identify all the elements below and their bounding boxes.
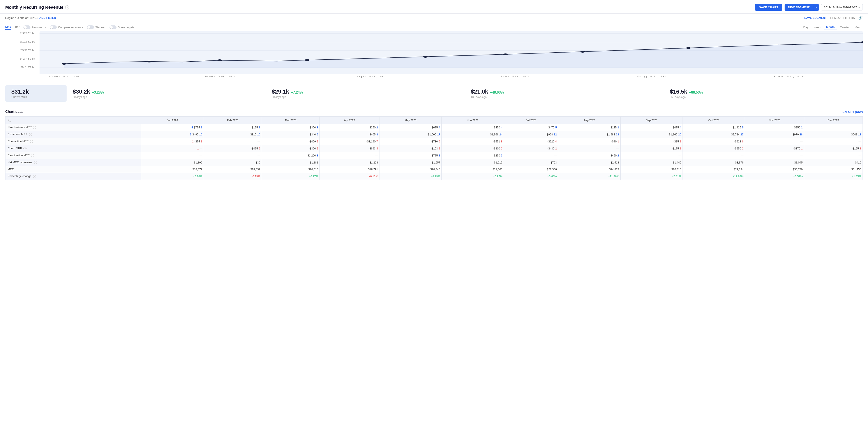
td-cell: 4 $775 2: [141, 124, 204, 131]
svg-text:Feb 29, 20: Feb 29, 20: [205, 75, 235, 78]
chart-controls: Line Bar Zero y-axis Compare segments St…: [0, 22, 868, 31]
th-sep2020: Sep 2020: [620, 117, 683, 124]
td-cell: $30,739: [745, 166, 804, 173]
compare-segments-toggle[interactable]: [50, 25, 57, 29]
td-cell: $24,873: [558, 166, 620, 173]
th-nov2020: Nov 2020: [745, 117, 804, 124]
svg-point-18: [580, 51, 585, 53]
td-cell: -$693 4: [320, 145, 379, 152]
td-cell: —: [804, 152, 863, 159]
remove-filters-button[interactable]: REMOVE FILTERS: [830, 16, 855, 20]
td-mrr-label: MRR: [5, 166, 141, 173]
th-jan2020: Jan 2020: [141, 117, 204, 124]
new-segment-dropdown-button[interactable]: ▾: [813, 4, 819, 11]
title-help-icon[interactable]: ?: [65, 5, 69, 9]
td-cell: +5.97%: [442, 173, 504, 180]
td-cell: [804, 124, 863, 131]
save-chart-button[interactable]: SAVE CHART: [755, 4, 782, 11]
td-pct-change-label: Percentage change ?: [5, 173, 141, 180]
td-cell: $793: [504, 159, 558, 166]
new-business-mrr-help-icon[interactable]: ?: [33, 126, 36, 129]
net-mrr-help-icon[interactable]: ?: [34, 161, 37, 164]
td-cell: $450 2: [558, 152, 620, 159]
svg-point-14: [217, 59, 222, 61]
filter-bar: Region • is one of • APAC ADD FILTER SAV…: [0, 13, 868, 22]
td-cell: -$730 9: [379, 138, 442, 145]
stat-365d-value: $16.5k: [670, 88, 687, 95]
stacked-toggle[interactable]: [87, 25, 94, 29]
td-cell: $315 10: [204, 131, 262, 138]
stat-30d-change: +3.28%: [92, 90, 104, 94]
period-quarter-button[interactable]: Quarter: [838, 25, 852, 30]
tab-line[interactable]: Line: [5, 25, 11, 30]
expansion-mrr-help-icon[interactable]: ?: [29, 133, 32, 136]
td-cell: $450 4: [442, 124, 504, 131]
share-icon[interactable]: 🔗: [858, 16, 863, 20]
save-segment-button[interactable]: SAVE SEGMENT: [804, 16, 827, 20]
table-header-row: ? Jan 2020 Feb 2020 Mar 2020 Apr 2020 Ma…: [5, 117, 863, 124]
th-help-icon[interactable]: ?: [8, 119, 11, 122]
add-filter-button[interactable]: ADD FILTER: [39, 16, 56, 20]
td-cell: -0.19%: [204, 173, 262, 180]
td-cell: -$163 2: [379, 145, 442, 152]
period-year-button[interactable]: Year: [853, 25, 863, 30]
td-cell: $405 8: [320, 131, 379, 138]
chart-controls-right: Day Week Month Quarter Year: [801, 25, 863, 30]
chart-data-header: Chart data EXPORT (CSV): [5, 110, 863, 114]
td-cell: -$300 2: [262, 145, 320, 152]
stat-60d-value: $29.1k: [272, 88, 289, 95]
zero-yaxis-toggle[interactable]: [24, 25, 30, 29]
toggle-stacked: Stacked: [87, 25, 105, 29]
td-cell: -$623 6: [683, 138, 745, 145]
header-right: SAVE CHART NEW SEGMENT ▾ 2019-12-19 to 2…: [755, 4, 863, 11]
svg-text:Oct 31, 20: Oct 31, 20: [774, 75, 803, 78]
period-month-button[interactable]: Month: [824, 25, 837, 30]
show-targets-label: Show targets: [118, 26, 134, 29]
reactivation-mrr-help-icon[interactable]: ?: [31, 154, 34, 157]
td-cell: $22,356: [504, 166, 558, 173]
td-cell: -$551 8: [442, 138, 504, 145]
new-segment-button[interactable]: NEW SEGMENT: [784, 4, 813, 11]
td-cell: $675 4: [379, 124, 442, 131]
td-cell: $31,155: [804, 166, 863, 173]
td-cell: $125 1: [204, 124, 262, 131]
table-row: Expansion MRR ? 7 $495 10 $315 10 $340 6…: [5, 131, 863, 138]
stats-row: $31.2k Current MRR $30.2k +3.28% 30 days…: [0, 81, 868, 106]
contraction-mrr-help-icon[interactable]: ?: [30, 140, 33, 143]
period-day-button[interactable]: Day: [801, 25, 811, 30]
tab-bar[interactable]: Bar: [15, 25, 20, 29]
export-csv-button[interactable]: EXPORT (CSV): [843, 110, 863, 114]
pct-change-help-icon[interactable]: ?: [33, 175, 36, 178]
data-table: ? Jan 2020 Feb 2020 Mar 2020 Apr 2020 Ma…: [5, 116, 863, 180]
churn-mrr-help-icon[interactable]: ?: [24, 147, 27, 150]
td-cell: -6.13%: [320, 173, 379, 180]
table-row: Contraction MRR ? 1 -$75 1 — -$409 2 -$1…: [5, 138, 863, 145]
svg-text:$35k: $35k: [20, 32, 35, 35]
stat-current-mrr-label: Current MRR: [11, 95, 60, 99]
td-cell: -$220 4: [504, 138, 558, 145]
td-cell: $970 28: [745, 131, 804, 138]
stat-180d-value-row: $21.0k +48.63%: [471, 88, 657, 95]
td-cell: $20,018: [262, 166, 320, 173]
td-cell: —: [620, 152, 683, 159]
header: Monthly Recurring Revenue ? SAVE CHART N…: [0, 0, 868, 13]
stat-365d-label: 365 days ago: [670, 95, 857, 99]
show-targets-toggle[interactable]: [110, 25, 117, 29]
td-cell: $775 1: [379, 152, 442, 159]
stat-30d-value: $30.2k: [73, 88, 90, 95]
td-cell: $1,200 3: [262, 152, 320, 159]
svg-text:Dec 31, 19: Dec 31, 19: [49, 75, 79, 78]
td-reactivation-mrr-label: Reactivation MRR ?: [5, 152, 141, 159]
period-week-button[interactable]: Week: [811, 25, 823, 30]
td-cell: $18,837: [204, 166, 262, 173]
date-range-button[interactable]: 2019-12-19 to 2020-12-17 ▾: [821, 4, 863, 11]
th-apr2020: Apr 2020: [320, 117, 379, 124]
td-cell: $1,557: [379, 159, 442, 166]
td-cell: -$175 1: [620, 145, 683, 152]
td-cell: $18,791: [320, 166, 379, 173]
td-cell: -$300 2: [442, 145, 504, 152]
th-may2020: May 2020: [379, 117, 442, 124]
chart-area: $35k $30k $25k $20k $15k Dec 31, 19 Feb …: [0, 31, 868, 80]
td-cell: $1,215: [442, 159, 504, 166]
table-row: Churn MRR ? 1 — -$475 2 -$300 2 -$693 4 …: [5, 145, 863, 152]
